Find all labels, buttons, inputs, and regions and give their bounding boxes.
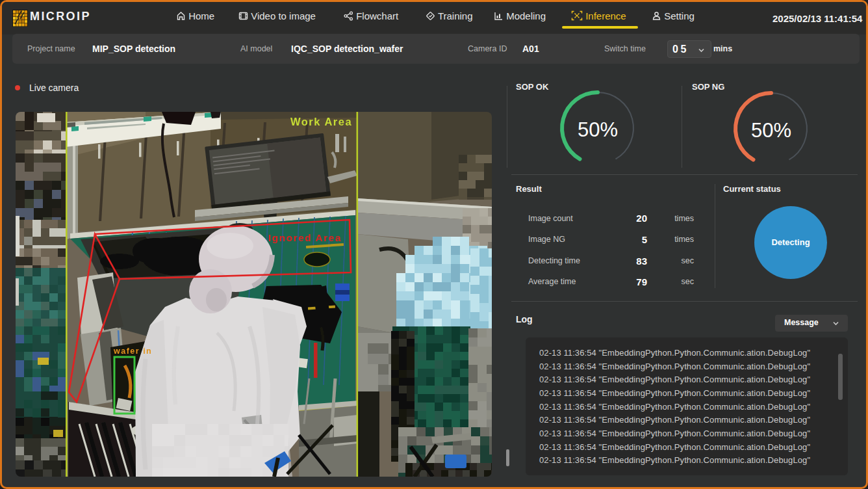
- svg-text:Ignored Area: Ignored Area: [268, 232, 342, 243]
- svg-text:Work Area: Work Area: [290, 116, 352, 127]
- svg-text:wafer in: wafer in: [113, 347, 152, 356]
